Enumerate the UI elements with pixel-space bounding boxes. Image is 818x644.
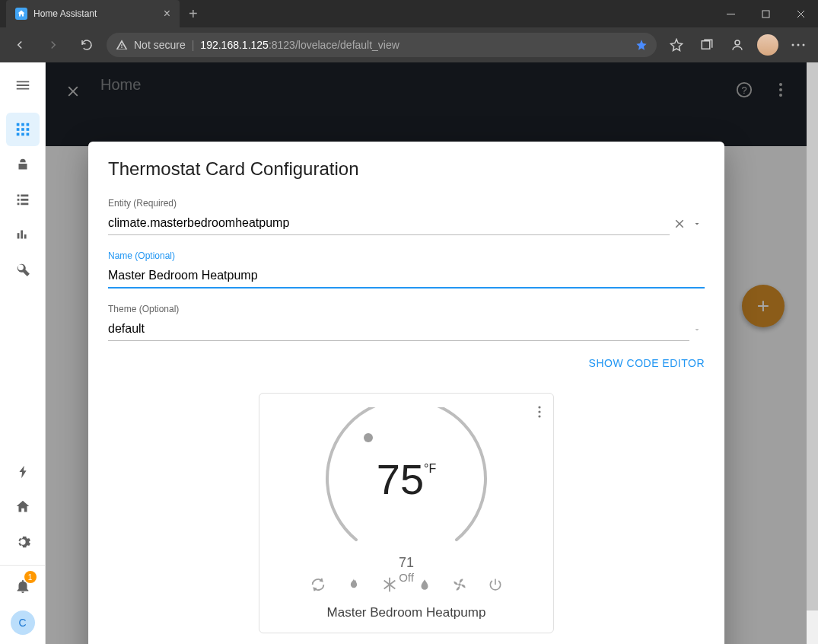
svg-rect-13 [21,133,24,136]
theme-field: Theme (Optional) [108,304,705,341]
svg-rect-6 [16,123,19,126]
sidebar-logbook[interactable] [6,183,40,216]
svg-rect-9 [16,128,19,131]
name-field: Name (Optional) [108,250,705,289]
thermostat-dial[interactable]: 75°F 71 Off [323,407,490,560]
url-path: :8123/lovelace/default_view [269,39,399,51]
window-controls [713,0,818,27]
forward-button[interactable] [40,31,67,59]
svg-rect-17 [24,234,26,239]
favorites-icon[interactable] [663,31,690,59]
power-icon[interactable] [488,576,503,593]
sidebar-history[interactable] [6,218,40,251]
sidebar-supervisor[interactable] [6,455,40,489]
new-tab-button[interactable]: + [189,5,198,23]
browser-avatar[interactable] [754,31,781,59]
svg-point-24 [538,410,540,413]
app-container: 1 C Home ? + Thermostat Card Configurati… [0,62,818,644]
entity-dropdown-icon[interactable] [689,216,705,231]
home-assistant-icon [15,8,27,20]
back-button[interactable] [6,31,33,59]
security-label: Not secure [134,39,186,51]
warning-icon [116,39,128,51]
card-menu-icon[interactable] [533,401,546,422]
notif-badge: 1 [24,571,37,583]
url-host: 192.168.1.125 [200,39,269,51]
close-tab-icon[interactable]: × [164,7,170,21]
hvac-state: Off [323,571,490,584]
svg-rect-14 [26,133,29,136]
browser-titlebar: Home Assistant × + [0,0,818,27]
show-code-editor-link[interactable]: SHOW CODE EDITOR [589,357,705,369]
theme-dropdown-icon[interactable] [689,322,705,337]
user-avatar[interactable]: C [11,611,35,635]
entity-input[interactable] [108,212,670,235]
theme-label: Theme (Optional) [108,304,705,314]
name-input[interactable] [108,264,705,289]
sidebar-devtools[interactable] [6,253,40,286]
svg-point-25 [538,415,540,417]
entity-field: Entity (Required) [108,198,705,235]
svg-rect-15 [17,233,19,238]
svg-point-23 [538,406,540,408]
menu-button[interactable] [6,69,40,102]
scrollbar[interactable] [807,62,818,644]
scroll-thumb[interactable] [807,62,818,611]
address-bar: Not secure | 192.168.1.125:8123/lovelace… [0,27,818,62]
svg-point-3 [792,44,794,46]
svg-rect-0 [762,11,769,18]
card-config-modal: Thermostat Card Configuration Entity (Re… [88,142,724,644]
browser-tab[interactable]: Home Assistant × [6,0,180,27]
svg-rect-1 [702,41,710,49]
refresh-button[interactable] [73,31,100,59]
more-icon[interactable] [785,31,812,59]
minimize-button[interactable] [713,0,748,27]
svg-rect-7 [21,123,24,126]
close-window-button[interactable] [783,0,818,27]
modal-title: Thermostat Card Configuration [108,158,705,180]
svg-rect-12 [16,133,19,136]
sidebar-overview[interactable] [6,113,40,146]
profile-icon[interactable] [724,31,751,59]
svg-rect-8 [26,123,29,126]
theme-input[interactable] [108,317,689,341]
collections-icon[interactable] [693,31,721,59]
svg-point-4 [797,44,800,46]
svg-rect-10 [21,128,24,131]
notifications-button[interactable]: 1 [6,569,40,603]
svg-rect-11 [26,128,29,131]
set-temp: 75°F [323,454,490,504]
favorite-icon[interactable] [635,39,648,51]
svg-point-5 [803,44,805,46]
card-name-label: Master Bedroom Heatpump [327,605,486,620]
clear-entity-icon[interactable] [670,214,689,234]
sidebar-config[interactable] [6,525,40,559]
url-input[interactable]: Not secure | 192.168.1.125:8123/lovelace… [107,33,657,57]
svg-point-26 [364,433,373,442]
tab-title: Home Assistant [33,8,164,19]
entity-label: Entity (Required) [108,198,705,209]
svg-rect-16 [21,231,23,239]
ha-sidebar: 1 C [0,62,46,644]
sidebar-map[interactable] [6,148,40,181]
name-label: Name (Optional) [108,250,705,261]
current-temp: 71 [323,555,490,571]
card-preview: 75°F 71 Off [259,393,554,633]
maximize-button[interactable] [748,0,783,27]
sidebar-hacs[interactable] [6,490,40,524]
svg-point-2 [735,40,740,45]
